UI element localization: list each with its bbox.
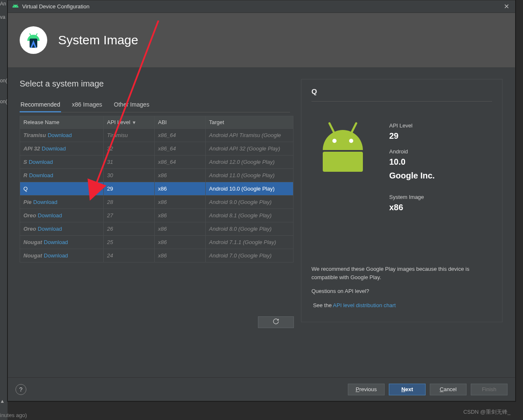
vendor-name: Google Inc. [389,171,435,181]
tab-recommended[interactable]: Recommended [20,98,61,112]
download-link[interactable]: Download [44,252,68,259]
col-release-name[interactable]: Release Name [20,116,104,129]
table-row[interactable]: Q29x86Android 10.0 (Google Play) [20,182,293,196]
release-name: Oreo [23,226,36,232]
table-row[interactable]: TiramisuDownloadTiramisux86_64Android AP… [20,129,293,142]
dialog-titlebar: Virtual Device Configuration ✕ [8,0,515,13]
see-chart-line: See the API level distribution chart [311,301,492,310]
download-link[interactable]: Download [44,239,68,245]
android-robot-icon [311,121,374,216]
android-version-value: 10.0 [389,157,435,167]
col-target[interactable]: Target [206,116,293,129]
tab-other-images[interactable]: Other Images [113,98,150,112]
api-level-value: 29 [389,131,435,141]
api-level-cell: 30 [104,169,155,182]
table-row[interactable]: NougatDownload24x86Android 7.0 (Google P… [20,249,293,262]
api-level-cell: 26 [104,222,155,236]
system-image-table: Release Name API Level ▼ ABI Target Tira… [20,116,293,262]
help-button[interactable]: ? [15,384,26,395]
svg-line-2 [351,123,356,133]
tab-x86-images[interactable]: x86 Images [71,98,103,112]
table-row[interactable]: OreoDownload27x86Android 8.1 (Google Pla… [20,209,293,222]
svg-rect-3 [323,152,363,172]
release-name: Tiramisu [23,132,46,138]
table-row[interactable]: SDownload31x86_64Android 12.0 (Google Pl… [20,155,293,169]
download-link[interactable]: Download [29,159,53,165]
android-studio-icon [20,26,47,54]
table-row[interactable]: NougatDownload25x86Android 7.1.1 (Google… [20,236,293,249]
dialog-header: System Image [8,13,515,67]
api-level-cell: 32 [104,142,155,155]
refresh-icon [273,318,279,326]
abi-cell: x86 [155,182,206,196]
col-api-level[interactable]: API Level ▼ [104,116,155,129]
release-name: Pie [23,199,32,205]
api-level-cell: 27 [104,209,155,222]
target-cell: Android API Tiramisu (Google [206,129,293,142]
recommendation-text: We recommend these Google Play images be… [311,265,492,281]
background-editor-remnant: An va on( on( [0,0,8,420]
release-name: R [23,172,27,178]
target-cell: Android 8.0 (Google Play) [206,222,293,236]
system-image-label: System Image [389,194,435,200]
close-button[interactable]: ✕ [502,3,511,10]
android-icon [12,3,19,10]
download-link[interactable]: Download [42,145,66,152]
target-cell: Android API 32 (Google Play) [206,142,293,155]
image-details-panel: Q [301,79,503,322]
target-cell: Android 9.0 (Google Play) [206,196,293,209]
system-image-value: x86 [389,203,435,212]
svg-point-4 [332,139,337,143]
details-title: Q [311,88,492,102]
dialog-title: Virtual Device Configuration [22,3,89,10]
col-abi[interactable]: ABI [155,116,206,129]
release-name: Oreo [23,212,36,219]
target-cell: Android 12.0 (Google Play) [206,155,293,169]
download-link[interactable]: Download [33,199,58,205]
image-tabs: Recommendedx86 ImagesOther Images [20,98,290,112]
release-name: Nougat [23,252,42,259]
api-level-cell: 31 [104,155,155,169]
previous-button[interactable]: Previous [348,384,385,395]
dialog-footer: ? Previous Next Cancel Finish [8,377,515,401]
section-subtitle: Select a system image [20,79,290,89]
abi-cell: x86_64 [155,155,206,169]
abi-cell: x86 [155,169,206,182]
api-level-cell: 29 [104,182,155,196]
android-version-label: Android [389,148,435,155]
table-row[interactable]: OreoDownload26x86Android 8.0 (Google Pla… [20,222,293,236]
abi-cell: x86 [155,222,206,236]
abi-cell: x86 [155,209,206,222]
release-name: Nougat [23,239,42,245]
api-level-cell: 28 [104,196,155,209]
next-button[interactable]: Next [389,384,426,395]
api-chart-link[interactable]: API level distribution chart [333,302,395,308]
table-row[interactable]: API 32Download32x86_64Android API 32 (Go… [20,142,293,155]
cancel-button[interactable]: Cancel [430,384,467,395]
status-remnant: inutes ago) [0,412,27,418]
abi-cell: x86 [155,236,206,249]
abi-cell: x86_64 [155,129,206,142]
abi-cell: x86_64 [155,142,206,155]
download-link[interactable]: Download [48,132,72,138]
finish-button: Finish [471,384,508,395]
download-link[interactable]: Download [38,212,62,219]
download-link[interactable]: Download [29,172,53,178]
svg-point-5 [349,139,353,143]
avd-config-dialog: Virtual Device Configuration ✕ System Im… [8,0,515,401]
questions-text: Questions on API level? [311,287,492,295]
target-cell: Android 11.0 (Google Play) [206,169,293,182]
api-level-label: API Level [389,122,435,129]
table-row[interactable]: PieDownload28x86Android 9.0 (Google Play… [20,196,293,209]
chevron-up-icon: ▴ [1,397,4,404]
page-title: System Image [58,33,138,47]
api-level-cell: Tiramisu [104,129,155,142]
api-level-cell: 24 [104,249,155,262]
target-cell: Android 7.1.1 (Google Play) [206,236,293,249]
watermark: CSDN @重剑无锋_ [463,408,510,416]
table-row[interactable]: RDownload30x86Android 11.0 (Google Play) [20,169,293,182]
download-link[interactable]: Download [38,226,62,232]
svg-line-1 [329,123,334,133]
release-name: Q [23,186,28,192]
refresh-button[interactable] [258,316,294,328]
